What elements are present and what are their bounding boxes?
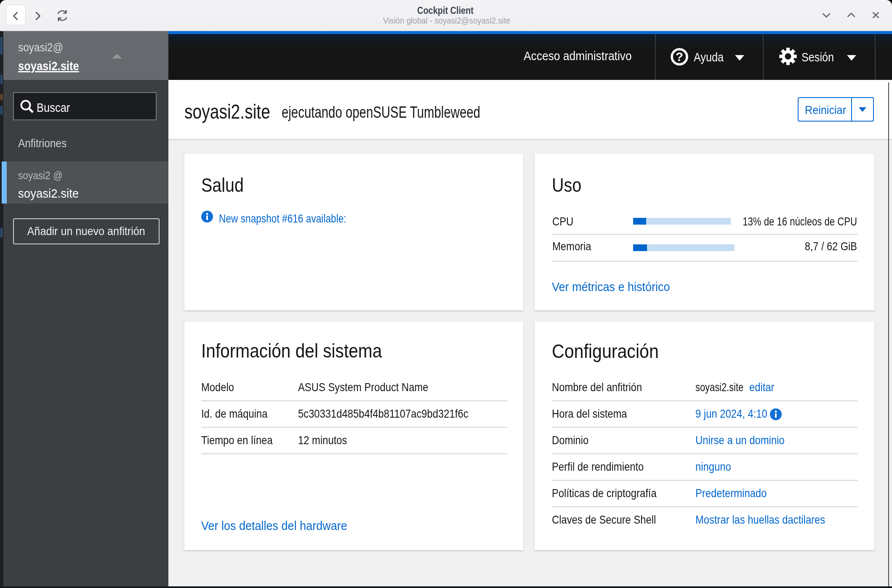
svg-text:?: ? — [676, 50, 683, 64]
